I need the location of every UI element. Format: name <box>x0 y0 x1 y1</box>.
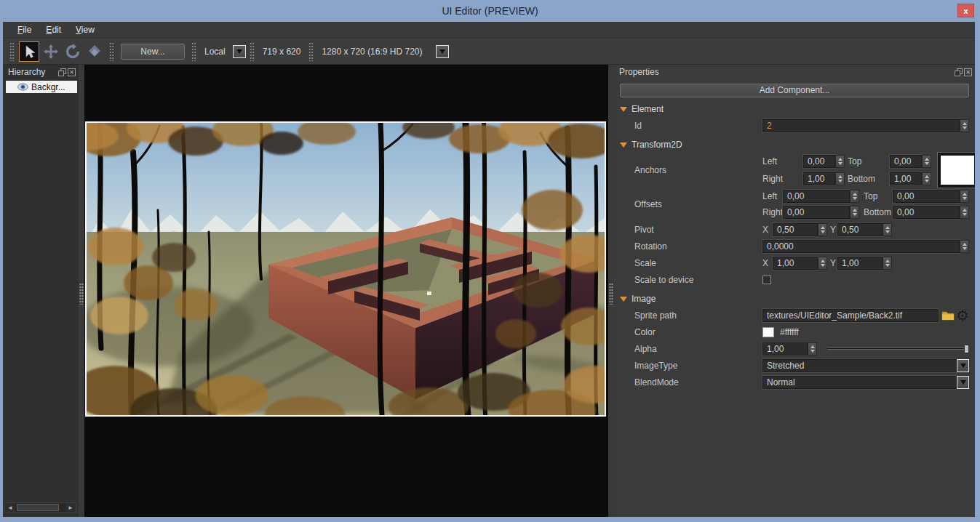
scale-to-device-checkbox[interactable] <box>762 276 771 284</box>
toolbar-grip[interactable] <box>191 42 196 61</box>
add-component-button[interactable]: Add Component... <box>620 84 969 97</box>
restore-panel-icon[interactable] <box>955 68 963 76</box>
menu-view[interactable]: View <box>68 23 102 36</box>
offset-top-field[interactable]: 0,00 <box>893 190 960 203</box>
anchor-preview[interactable] <box>937 152 975 188</box>
resolution-dropdown[interactable] <box>436 45 449 58</box>
scale-y-label: Y <box>827 258 837 268</box>
anchor-left-spinner[interactable] <box>835 155 845 168</box>
menu-edit[interactable]: Edit <box>39 23 68 36</box>
right-splitter[interactable] <box>608 65 614 517</box>
gear-icon[interactable]: ⚙ <box>956 309 969 322</box>
hierarchy-title: Hierarchy <box>8 67 57 77</box>
close-panel-icon[interactable]: ✕ <box>68 68 76 76</box>
alpha-field[interactable]: 1,00 <box>762 342 808 356</box>
pivot-y-field[interactable]: 0,50 <box>837 223 883 236</box>
id-spinner[interactable] <box>960 119 969 132</box>
pivot-y-spinner[interactable] <box>883 223 892 236</box>
offset-bottom-field[interactable]: 0,00 <box>893 206 960 219</box>
anchor-right-label: Right <box>762 174 803 184</box>
toolbar-grip[interactable] <box>308 42 314 61</box>
toolbar-grip[interactable] <box>9 42 15 61</box>
scale-y-field[interactable]: 1,00 <box>837 257 883 270</box>
chevron-down-icon[interactable] <box>957 359 969 372</box>
offset-top-spinner[interactable] <box>960 190 969 203</box>
scrollbar-track[interactable] <box>15 503 65 512</box>
scale-x-field[interactable]: 1,00 <box>773 257 818 270</box>
blend-mode-value: Normal <box>762 376 957 389</box>
hierarchy-hscrollbar[interactable]: ◄ ► <box>4 502 76 513</box>
hierarchy-item-background[interactable]: Backgr... <box>6 81 77 93</box>
window-close-button[interactable]: x <box>957 4 974 17</box>
rotate-tool-button[interactable] <box>63 41 83 62</box>
properties-header: Properties ✕ <box>614 65 975 79</box>
menu-file[interactable]: File <box>10 23 39 36</box>
section-image[interactable]: Image <box>614 289 975 306</box>
anchor-bottom-spinner[interactable] <box>922 172 931 185</box>
resolution-label: 1280 x 720 (16:9 HD 720) <box>322 47 422 57</box>
folder-icon[interactable] <box>941 310 955 321</box>
blend-mode-dropdown[interactable]: Normal <box>762 376 969 389</box>
pivot-x-field[interactable]: 0,50 <box>773 223 818 236</box>
scene-preview-image[interactable] <box>85 121 606 417</box>
scale-icon <box>87 44 103 60</box>
offset-right-field[interactable]: 0,00 <box>783 206 850 219</box>
offset-left-field[interactable]: 0,00 <box>783 190 850 203</box>
editor-canvas[interactable] <box>84 65 608 517</box>
restore-panel-icon[interactable] <box>58 68 66 76</box>
hierarchy-panel: Hierarchy ✕ Backgr... ◄ ► <box>3 65 79 517</box>
anchor-bottom-field[interactable]: 1,00 <box>890 172 922 185</box>
move-tool-button[interactable] <box>41 41 61 62</box>
color-swatch[interactable] <box>762 327 774 337</box>
alpha-row: Alpha 1,00 <box>614 341 969 356</box>
toolbar: New... Local 719 x 620 1280 x 720 (16:9 … <box>3 39 975 65</box>
scroll-right-icon[interactable]: ► <box>65 503 76 512</box>
scale-tool-button[interactable] <box>84 41 105 62</box>
rotation-label: Rotation <box>634 241 762 252</box>
rotation-row: Rotation 0,0000 <box>614 238 969 254</box>
new-button[interactable]: New... <box>121 44 185 60</box>
alpha-slider[interactable] <box>827 344 969 354</box>
alpha-spinner[interactable] <box>808 342 817 356</box>
chevron-down-icon[interactable] <box>957 376 969 389</box>
image-type-dropdown[interactable]: Stretched <box>762 359 969 372</box>
coord-mode-dropdown[interactable] <box>233 45 246 58</box>
section-transform2d[interactable]: Transform2D <box>614 134 975 152</box>
scale-x-label: X <box>762 258 773 268</box>
slider-handle[interactable] <box>964 345 969 353</box>
rotate-icon <box>65 44 81 60</box>
rotation-field[interactable]: 0,0000 <box>762 240 960 253</box>
properties-title: Properties <box>619 67 953 77</box>
sprite-path-field[interactable]: textures/UIEditor_Sample/Back2.tif <box>762 309 939 322</box>
section-element[interactable]: Element <box>614 99 975 116</box>
offset-bottom-spinner[interactable] <box>960 206 969 219</box>
anchor-top-field[interactable]: 0,00 <box>890 155 922 168</box>
anchor-top-spinner[interactable] <box>922 155 931 168</box>
select-tool-button[interactable] <box>19 41 39 62</box>
anchor-right-spinner[interactable] <box>835 172 845 185</box>
section-collapse-icon <box>620 107 627 112</box>
left-splitter[interactable] <box>79 65 84 517</box>
offset-right-spinner[interactable] <box>850 206 859 219</box>
scale-y-spinner[interactable] <box>883 257 892 270</box>
canvas-size-label: 719 x 620 <box>263 47 301 57</box>
pivot-x-spinner[interactable] <box>818 223 827 236</box>
toolbar-grip[interactable] <box>109 42 114 61</box>
anchor-left-field[interactable]: 0,00 <box>803 155 835 168</box>
section-label: Transform2D <box>632 140 682 150</box>
pivot-y-label: Y <box>827 225 837 235</box>
pivot-row: Pivot X 0,50 Y 0,50 <box>614 222 969 237</box>
close-panel-icon[interactable]: ✕ <box>964 68 972 76</box>
rotation-spinner[interactable] <box>960 240 969 253</box>
eye-icon <box>17 83 28 91</box>
scroll-left-icon[interactable]: ◄ <box>5 503 15 512</box>
anchor-right-field[interactable]: 1,00 <box>803 172 835 185</box>
scale-x-spinner[interactable] <box>818 257 827 270</box>
color-row: Color #ffffff <box>614 324 969 340</box>
id-field[interactable]: 2 <box>762 119 960 132</box>
section-collapse-icon <box>620 297 627 302</box>
toolbar-grip[interactable] <box>250 42 255 61</box>
section-collapse-icon <box>620 142 627 148</box>
offset-left-spinner[interactable] <box>850 190 859 203</box>
scrollbar-thumb[interactable] <box>17 504 59 511</box>
